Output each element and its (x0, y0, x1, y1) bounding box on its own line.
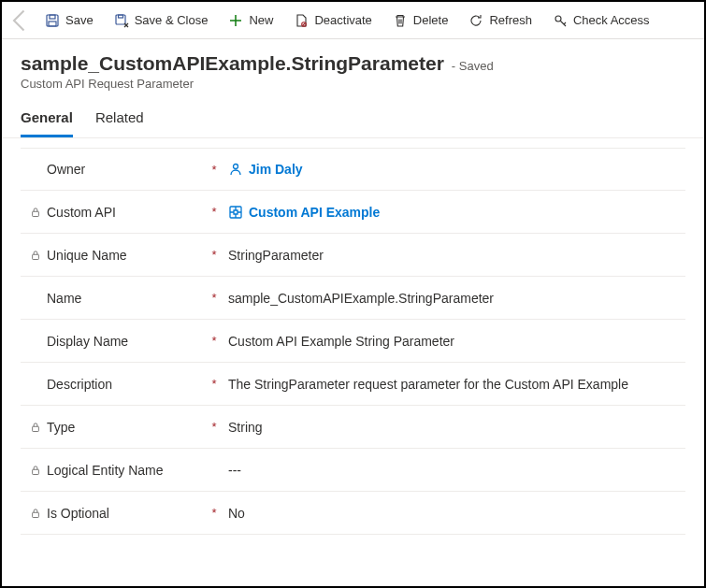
value-owner[interactable]: Jim Daly (249, 162, 303, 177)
field-custom-api[interactable]: Custom API * Custom API Example (21, 191, 685, 234)
label-type: Type (47, 420, 75, 435)
deactivate-label: Deactivate (314, 13, 371, 27)
plus-icon (228, 13, 243, 28)
back-button[interactable] (7, 7, 34, 34)
label-unique-name: Unique Name (47, 248, 127, 263)
command-bar: Save Save & Close New Deactivate Delete … (2, 2, 704, 39)
new-label: New (249, 13, 273, 27)
svg-rect-13 (33, 512, 39, 517)
save-close-icon (114, 13, 129, 28)
svg-rect-2 (49, 22, 56, 26)
delete-icon (393, 13, 408, 28)
field-display-name[interactable]: Display Name * Custom API Example String… (21, 320, 685, 363)
deactivate-button[interactable]: Deactivate (284, 5, 381, 36)
value-logical-entity-name: --- (228, 463, 241, 478)
check-access-icon (553, 13, 568, 28)
lock-icon (30, 508, 41, 519)
value-custom-api[interactable]: Custom API Example (249, 205, 380, 220)
save-close-label: Save & Close (135, 13, 209, 27)
refresh-icon (468, 13, 483, 28)
save-icon (45, 13, 60, 28)
required-indicator: * (208, 506, 221, 520)
svg-rect-4 (118, 15, 122, 18)
field-name[interactable]: Name * sample_CustomAPIExample.StringPar… (21, 277, 685, 320)
lock-icon (30, 422, 41, 433)
svg-rect-3 (116, 15, 125, 24)
field-unique-name[interactable]: Unique Name * StringParameter (21, 234, 685, 277)
field-logical-entity-name[interactable]: Logical Entity Name --- (21, 449, 685, 492)
save-button[interactable]: Save (36, 5, 103, 36)
save-label: Save (65, 13, 94, 27)
lock-icon (30, 207, 41, 218)
delete-label: Delete (413, 13, 449, 27)
required-indicator: * (208, 334, 221, 348)
tab-list: General Related (2, 96, 704, 138)
label-description: Description (47, 377, 112, 392)
check-access-button[interactable]: Check Access (543, 5, 659, 36)
save-status: - Saved (452, 59, 494, 73)
person-icon (228, 162, 243, 177)
lock-icon (30, 465, 41, 476)
entity-icon (228, 205, 243, 220)
page-title: sample_CustomAPIExample.StringParameter (21, 52, 444, 75)
form-header: sample_CustomAPIExample.StringParameter … (2, 39, 704, 96)
required-indicator: * (208, 163, 221, 177)
label-logical-entity-name: Logical Entity Name (47, 463, 164, 478)
tab-related[interactable]: Related (95, 109, 144, 137)
label-name: Name (47, 291, 81, 306)
check-access-label: Check Access (573, 13, 650, 27)
svg-point-6 (555, 16, 561, 22)
svg-point-7 (234, 165, 238, 169)
value-name: sample_CustomAPIExample.StringParameter (228, 291, 494, 306)
field-description[interactable]: Description * The StringParameter reques… (21, 363, 685, 406)
field-owner[interactable]: Owner * Jim Daly (21, 148, 685, 191)
new-button[interactable]: New (219, 5, 282, 36)
value-is-optional: No (228, 506, 245, 521)
svg-rect-1 (50, 15, 55, 19)
value-display-name: Custom API Example String Parameter (228, 334, 454, 349)
value-unique-name: StringParameter (228, 248, 324, 263)
refresh-label: Refresh (489, 13, 532, 27)
refresh-button[interactable]: Refresh (459, 5, 541, 36)
field-type[interactable]: Type * String (21, 406, 685, 449)
field-is-optional[interactable]: Is Optional * No (21, 492, 685, 535)
value-type: String (228, 420, 263, 435)
svg-rect-10 (33, 254, 39, 259)
deactivate-icon (294, 13, 309, 28)
required-indicator: * (208, 377, 221, 391)
svg-rect-12 (33, 469, 39, 474)
label-owner: Owner (47, 162, 85, 177)
svg-rect-11 (33, 426, 39, 431)
lock-icon (30, 250, 41, 261)
svg-rect-8 (33, 211, 39, 216)
required-indicator: * (208, 205, 221, 219)
required-indicator: * (208, 248, 221, 262)
required-indicator: * (208, 291, 221, 305)
label-custom-api: Custom API (47, 205, 116, 220)
label-is-optional: Is Optional (47, 506, 109, 521)
page-subtitle: Custom API Request Parameter (21, 77, 685, 91)
delete-button[interactable]: Delete (383, 5, 458, 36)
value-description: The StringParameter request parameter fo… (228, 377, 628, 392)
back-icon (7, 7, 34, 34)
form-body: Owner * Jim Daly Custom API * Custom API… (2, 138, 704, 535)
save-close-button[interactable]: Save & Close (105, 5, 218, 36)
required-indicator: * (208, 420, 221, 434)
label-display-name: Display Name (47, 334, 128, 349)
tab-general[interactable]: General (21, 109, 73, 137)
